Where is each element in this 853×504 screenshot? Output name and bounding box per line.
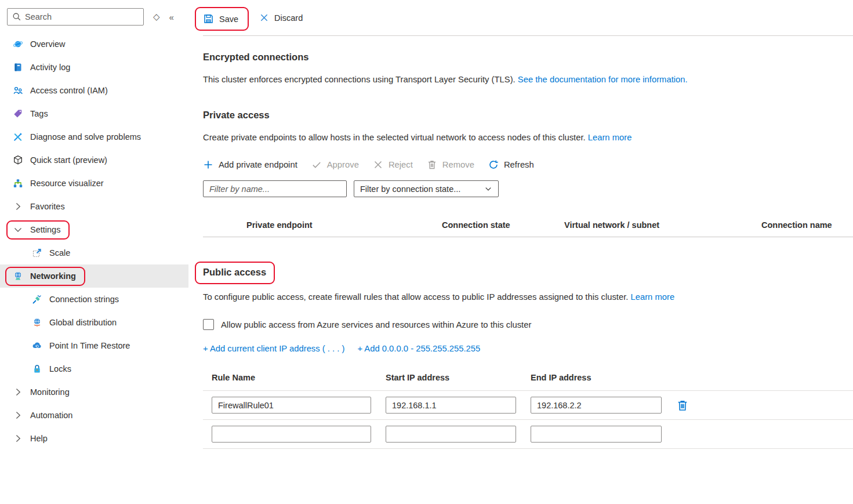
remove-button[interactable]: Remove: [427, 159, 474, 170]
documentation-link[interactable]: See the documentation for more informati…: [518, 75, 688, 84]
plus-icon: [203, 159, 213, 170]
chevron-right-icon: [13, 201, 23, 212]
sidebar-item-scale[interactable]: Scale: [0, 241, 188, 264]
column-start-ip: Start IP address: [386, 373, 516, 382]
sidebar-item-label: Point In Time Restore: [49, 341, 130, 350]
start-ip-input[interactable]: [386, 426, 516, 443]
filter-by-name-input[interactable]: [203, 180, 347, 197]
chevron-down-icon: [13, 224, 23, 235]
sidebar-item-label: Global distribution: [49, 318, 117, 327]
networking-icon: [13, 271, 23, 281]
sidebar-item-help[interactable]: Help: [0, 427, 188, 450]
trash-icon: [427, 159, 437, 170]
chevron-down-icon: [484, 185, 492, 193]
settings-annotation-box: Settings: [6, 220, 70, 240]
approve-button[interactable]: Approve: [311, 159, 359, 170]
rule-name-input[interactable]: [212, 397, 371, 414]
sidebar-item-label: Automation: [30, 411, 72, 420]
overview-icon: [13, 39, 23, 49]
page: ◇ « Overview Activity log Access control…: [0, 0, 853, 504]
sidebar-item-diagnose[interactable]: Diagnose and solve problems: [0, 125, 188, 148]
private-desc-text: Create private endpoints to allow hosts …: [203, 133, 588, 142]
approve-label: Approve: [327, 160, 359, 169]
add-private-endpoint-label: Add private endpoint: [219, 160, 297, 169]
reject-button[interactable]: Reject: [373, 159, 413, 170]
sidebar-item-quick-start[interactable]: Quick start (preview): [0, 148, 188, 172]
filter-connection-state-value: Filter by connection state...: [360, 184, 460, 194]
sidebar-item-access-control[interactable]: Access control (IAM): [0, 79, 188, 102]
add-current-client-ip-link[interactable]: + Add current client IP address ( . . . …: [203, 344, 344, 353]
sidebar-item-label: Diagnose and solve problems: [30, 132, 141, 142]
search-input[interactable]: [25, 12, 139, 21]
collapse-sidebar-icon[interactable]: «: [169, 12, 174, 22]
sidebar-item-monitoring[interactable]: Monitoring: [0, 380, 188, 404]
public-access-heading-row: Public access: [203, 262, 853, 284]
sidebar-item-favorites[interactable]: Favorites: [0, 195, 188, 218]
sidebar-item-settings[interactable]: Settings: [0, 218, 188, 241]
tag-icon: [13, 108, 23, 119]
filter-connection-state-dropdown[interactable]: Filter by connection state...: [354, 180, 499, 197]
allow-azure-services-label: Allow public access from Azure services …: [221, 320, 531, 329]
column-connection-state: Connection state: [442, 220, 564, 230]
sidebar-item-global-distribution[interactable]: Global distribution: [0, 311, 188, 334]
sidebar-item-networking[interactable]: Networking: [0, 264, 188, 288]
global-distribution-icon: [32, 317, 42, 328]
cube-icon: [13, 155, 23, 165]
add-private-endpoint-button[interactable]: Add private endpoint: [203, 159, 297, 170]
x-icon: [373, 159, 383, 170]
sidebar-item-label: Scale: [49, 248, 70, 258]
sidebar-item-connection-strings[interactable]: Connection strings: [0, 288, 188, 311]
allow-azure-services-checkbox[interactable]: [203, 319, 214, 330]
end-ip-input[interactable]: [531, 426, 662, 443]
add-all-ips-link[interactable]: + Add 0.0.0.0 - 255.255.255.255: [357, 344, 480, 353]
main-content: Save Discard Encrypted connections This …: [188, 0, 853, 504]
connection-strings-icon: [32, 294, 42, 304]
chevron-right-icon: [13, 387, 23, 397]
sidebar-item-resource-visualizer[interactable]: Resource visualizer: [0, 172, 188, 195]
sidebar-item-label: Monitoring: [30, 387, 70, 397]
networking-annotation-box: Networking: [5, 267, 85, 286]
start-ip-input[interactable]: [386, 397, 516, 414]
activity-log-icon: [13, 62, 23, 72]
divider: [203, 448, 853, 449]
sidebar-item-point-in-time-restore[interactable]: Point In Time Restore: [0, 334, 188, 357]
point-in-time-restore-icon: [32, 340, 42, 351]
rule-name-input[interactable]: [212, 426, 371, 443]
discard-label: Discard: [274, 13, 303, 23]
column-private-endpoint: Private endpoint: [246, 220, 442, 230]
firewall-rules-table: Rule Name Start IP address End IP addres…: [212, 373, 853, 449]
sidebar-item-automation[interactable]: Automation: [0, 404, 188, 427]
refresh-label: Refresh: [504, 160, 534, 169]
sidebar-item-tags[interactable]: Tags: [0, 102, 188, 125]
private-access-desc: Create private endpoints to allow hosts …: [203, 133, 853, 142]
end-ip-input[interactable]: [531, 397, 662, 414]
search-box[interactable]: [7, 8, 144, 26]
sidebar-item-locks[interactable]: Locks: [0, 357, 188, 380]
chevron-right-icon: [13, 410, 23, 420]
delete-rule-button[interactable]: [676, 399, 689, 412]
scale-icon: [32, 248, 42, 258]
reject-label: Reject: [389, 160, 413, 169]
sidebar-item-label: Connection strings: [49, 295, 119, 304]
firewall-rule-row: [212, 391, 853, 419]
pin-icon[interactable]: ◇: [153, 12, 160, 22]
sidebar-item-activity-log[interactable]: Activity log: [0, 56, 188, 79]
private-endpoint-filters: Filter by connection state...: [203, 180, 853, 197]
public-learn-more-link[interactable]: Learn more: [630, 292, 674, 302]
sidebar-item-overview[interactable]: Overview: [0, 32, 188, 56]
private-learn-more-link[interactable]: Learn more: [588, 133, 632, 142]
refresh-button[interactable]: Refresh: [488, 159, 534, 170]
discard-button[interactable]: Discard: [259, 13, 303, 23]
firewall-rule-row-empty: [212, 420, 853, 448]
access-control-icon: [13, 85, 23, 96]
allow-azure-services-row: Allow public access from Azure services …: [203, 319, 853, 330]
lock-icon: [32, 364, 42, 374]
discard-icon: [259, 13, 269, 23]
encrypted-connections-desc: This cluster enforces encrypted connecti…: [203, 75, 853, 84]
toolbar: Save Discard: [203, 0, 853, 36]
save-button[interactable]: Save: [203, 13, 238, 24]
remove-label: Remove: [442, 160, 474, 169]
sidebar-item-label: Tags: [30, 109, 48, 118]
private-endpoint-table-header: Private endpoint Connection state Virtua…: [203, 220, 853, 237]
column-virtual-network-subnet: Virtual network / subnet: [564, 220, 761, 230]
